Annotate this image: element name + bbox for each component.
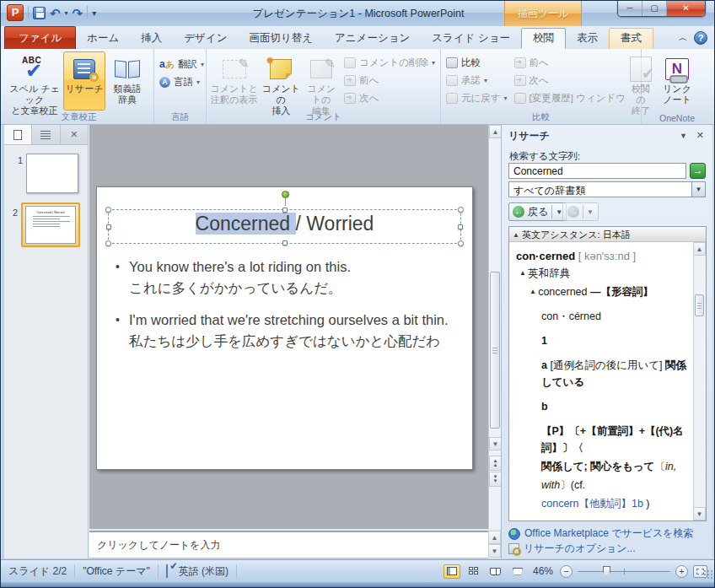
slide-vertical-scrollbar[interactable]: ▲ ▼ ▲▲ ▼▼ (488, 125, 501, 529)
ribbon-tab-ホーム[interactable]: ホーム (76, 29, 130, 49)
normal-view-button[interactable] (444, 564, 460, 579)
slide-2-thumbnail-selected[interactable]: Concerned / Worried (21, 202, 80, 247)
resize-grip[interactable] (704, 570, 714, 580)
zoom-slider-handle[interactable] (603, 566, 610, 577)
thesaurus-button[interactable]: 類義語 辞典 (105, 51, 149, 111)
start-search-icon[interactable]: → (690, 163, 706, 179)
ribbon-tab-書式[interactable]: 書式 (609, 28, 653, 49)
scrollbar-thumb[interactable] (695, 294, 704, 316)
close-button[interactable]: ✕ (667, 1, 705, 17)
collapse-ribbon-icon[interactable]: ︿ (679, 32, 687, 44)
zoom-out-button[interactable]: − (560, 565, 573, 578)
notes-pane[interactable]: クリックしてノートを入力 (89, 531, 488, 558)
resize-handle[interactable] (458, 207, 464, 213)
linked-notes-button[interactable]: N リンク ノート (653, 51, 702, 111)
reference-source-select[interactable]: すべての辞書類 (508, 181, 701, 197)
panel-close-button[interactable]: ✕ (61, 125, 88, 144)
tab-slides-thumbnails[interactable] (4, 125, 32, 144)
revisions-pane-button[interactable]: [変更履歴] ウィンドウ (511, 90, 629, 106)
forward-button[interactable]: → ▼ (562, 202, 599, 221)
pane-menu-icon[interactable]: ▼ (680, 132, 687, 140)
slide-canvas[interactable]: Concerned / Worried •You know there's a … (96, 186, 473, 470)
resize-handle[interactable] (458, 240, 464, 246)
edit-comment-button[interactable]: ✎ コメントの 編集 (302, 51, 341, 111)
slide-body[interactable]: •You know there's a lot riding on this.こ… (116, 256, 460, 363)
ribbon-tab-表示[interactable]: 表示 (566, 29, 609, 49)
next-comment-button[interactable]: 次へ (341, 90, 438, 106)
resize-handle[interactable] (105, 240, 111, 246)
previous-comment-button[interactable]: 前へ (341, 73, 438, 89)
dictionary-content: con·cerned [ kən'sɜ:nd ] ▲ 英和辞典▲ concern… (509, 242, 693, 521)
zoom-in-button[interactable]: + (675, 565, 688, 578)
previous-slide-button[interactable]: ▲▲ (489, 456, 502, 471)
resize-handle[interactable] (282, 208, 288, 213)
ribbon-tab-画面切り替え[interactable]: 画面切り替え (238, 29, 324, 49)
notes-scrollbar[interactable]: ▲ ▼ (488, 531, 501, 558)
insert-comment-button[interactable]: ✹ コメントの 挿入 (260, 51, 302, 111)
ribbon-tab-アニメーション[interactable]: アニメーション (324, 29, 421, 49)
pronunciation: [ kən'sɜ:nd ] (575, 250, 636, 262)
theme-name[interactable]: "Office テーマ" (75, 564, 158, 579)
language-status[interactable]: 英語 (米国) (171, 564, 236, 579)
ribbon-tab-スライド ショー[interactable]: スライド ショー (421, 29, 521, 49)
slideshow-view-button[interactable] (509, 564, 526, 579)
ribbon-tab-挿入[interactable]: 挿入 (130, 29, 173, 49)
results-section-header[interactable]: ▲ 英文アシスタンス: 日本語 (509, 227, 706, 242)
delete-comment-button[interactable]: コメントの削除▾ (341, 55, 438, 71)
compare-button[interactable]: 比較 (443, 55, 511, 71)
marketplace-link[interactable]: Office Marketplace でサービスを検索 (508, 526, 694, 541)
scroll-down-icon[interactable]: ▼ (488, 544, 501, 558)
slide-title[interactable]: Concerned / Worried (109, 213, 460, 235)
spellcheck-button[interactable]: ABC✔ スペル チェック と文章校正 (6, 51, 63, 111)
dictionary-link[interactable]: concern【他動詞】1b (541, 498, 643, 510)
slide-1-thumbnail[interactable] (26, 154, 78, 193)
slide-sorter-view-button[interactable] (465, 564, 482, 579)
resize-handle[interactable] (282, 240, 288, 245)
ribbon-tab-デザイン[interactable]: デザイン (173, 29, 238, 49)
scroll-up-icon[interactable]: ▲ (489, 125, 502, 138)
scrollbar-thumb[interactable] (490, 272, 500, 429)
accept-button[interactable]: 承諾▾ (443, 73, 511, 89)
compare-previous-button[interactable]: 前へ (511, 55, 629, 71)
scroll-up-icon[interactable]: ▲ (488, 531, 501, 544)
reject-button[interactable]: 元に戻す▾ (443, 90, 511, 106)
pane-close-icon[interactable]: ✕ (696, 130, 704, 141)
notes-placeholder[interactable]: クリックしてノートを入力 (89, 532, 488, 558)
research-options-link[interactable]: リサーチのオプション... (508, 542, 636, 556)
language-icon: A (159, 77, 170, 88)
slide-counter[interactable]: スライド 2/2 (1, 564, 74, 579)
dictionary-line: 【P】〔+【前置詞】+【(代)名詞】〕〈 (541, 423, 691, 456)
minimize-button[interactable]: ─ (618, 1, 642, 17)
compare-next-button[interactable]: 次へ (511, 73, 629, 89)
results-scrollbar[interactable]: ▲ ▼ (693, 242, 706, 521)
scroll-down-icon[interactable]: ▼ (693, 507, 706, 521)
dictionary-line: ▲ concerned ―【形容詞】 (530, 283, 691, 300)
language-button[interactable]: A 言語▾ (156, 74, 204, 90)
reading-view-button[interactable] (487, 564, 504, 579)
help-icon[interactable]: ? (694, 31, 707, 45)
ribbon-tab-校閲[interactable]: 校閲 (521, 28, 566, 49)
rotate-handle[interactable] (282, 191, 289, 198)
zoom-slider[interactable] (578, 565, 670, 578)
ribbon-tab-ファイル[interactable]: ファイル (4, 26, 76, 49)
spellcheck-status-icon[interactable] (166, 564, 168, 578)
scroll-up-icon[interactable]: ▲ (693, 242, 706, 256)
resize-handle[interactable] (105, 207, 111, 213)
next-slide-button[interactable]: ▼▼ (489, 472, 502, 487)
tab-outline[interactable] (32, 125, 60, 144)
source-dropdown-icon[interactable]: ▼ (691, 181, 706, 197)
title-bar[interactable]: P ↶▾ ↷ ▾ プレゼンテーション1 - Microsoft PowerPoi… (1, 1, 715, 26)
slide-editing-area[interactable]: Concerned / Worried •You know there's a … (89, 125, 488, 529)
ribbon-extras: ︿ ? (679, 31, 707, 45)
maximize-button[interactable]: ▢ (642, 1, 667, 17)
show-markup-button[interactable]: ✎ コメントと 注釈の表示 (208, 51, 260, 111)
resize-handle[interactable] (458, 224, 463, 229)
title-placeholder-selection[interactable]: Concerned / Worried (108, 209, 461, 244)
research-button[interactable]: リサーチ (63, 51, 105, 111)
search-input[interactable] (508, 163, 686, 179)
scroll-down-icon[interactable]: ▼ (489, 437, 502, 450)
translate-button[interactable]: aあ 翻訳▾ (156, 57, 204, 73)
zoom-level[interactable]: 46% (533, 565, 553, 577)
resize-handle[interactable] (106, 224, 111, 229)
back-button[interactable]: ← 戻る ▼ (508, 202, 567, 221)
